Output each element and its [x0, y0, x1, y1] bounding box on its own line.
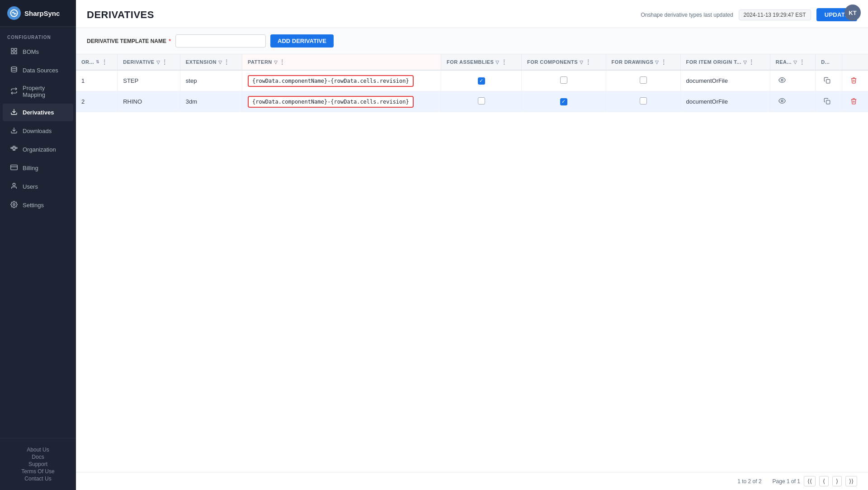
cell-copy-2[interactable] [816, 91, 842, 112]
sidebar-item-boms[interactable]: BOMs [3, 43, 73, 61]
user-avatar[interactable]: KT [844, 5, 861, 21]
table-row: 2 RHINO 3dm {rowData.componentName}-{row… [76, 91, 868, 112]
app-logo[interactable]: SharpSync [0, 0, 76, 27]
col-menu-icon[interactable]: ⋮ [224, 59, 230, 65]
col-for-components: FOR COMPONENTS ▽ ⋮ [522, 54, 606, 70]
support-link[interactable]: Support [7, 461, 69, 467]
table-footer: 1 to 2 of 2 Page 1 of 1 ⟨⟨ ⟨ ⟩ ⟩⟩ [76, 472, 868, 490]
delete-button-1[interactable] [848, 76, 860, 86]
filter-icon[interactable]: ▽ [655, 60, 659, 65]
col-read: REA... ▽ ⋮ [770, 54, 815, 70]
cell-copy-1[interactable] [816, 70, 842, 91]
cell-read-2[interactable] [770, 91, 815, 112]
cell-delete-1[interactable] [842, 70, 868, 91]
read-button-2[interactable] [776, 96, 788, 107]
data-sources-label: Data Sources [23, 67, 58, 74]
filter-icon[interactable]: ▽ [580, 60, 584, 65]
filter-icon[interactable]: ▽ [218, 60, 222, 65]
settings-icon [10, 201, 18, 209]
sidebar-item-data-sources[interactable]: Data Sources [3, 62, 73, 79]
copy-button-2[interactable] [821, 96, 833, 107]
timestamp-box: 2024-11-13 19:29:47 EST [739, 10, 811, 20]
svg-rect-23 [826, 100, 830, 104]
sort-icon[interactable]: ⇅ [96, 60, 100, 64]
sidebar-item-users[interactable]: Users [3, 178, 73, 195]
cell-derivative-2: RHINO [118, 91, 180, 112]
svg-rect-21 [826, 79, 830, 83]
terms-link[interactable]: Terms Of Use [7, 468, 69, 475]
checkbox-components-2[interactable]: ✓ [560, 98, 567, 105]
svg-point-18 [13, 183, 15, 186]
docs-link[interactable]: Docs [7, 454, 69, 460]
cell-components-1[interactable] [522, 70, 606, 91]
about-us-link[interactable]: About Us [7, 447, 69, 453]
sidebar-item-downloads[interactable]: Downloads [3, 122, 73, 140]
copy-button-1[interactable] [821, 76, 833, 86]
col-delete [842, 54, 868, 70]
cell-order-2: 2 [76, 91, 118, 112]
col-menu-icon[interactable]: ⋮ [661, 59, 667, 65]
col-menu-icon[interactable]: ⋮ [162, 59, 168, 65]
filter-icon[interactable]: ▽ [495, 60, 500, 65]
sidebar-item-organization[interactable]: Organization [3, 141, 73, 158]
derivatives-icon [10, 108, 18, 117]
page-label: Page 1 of 1 [773, 478, 800, 485]
cell-drawings-2[interactable] [606, 91, 680, 112]
col-menu-icon[interactable]: ⋮ [102, 59, 108, 65]
toolbar: DERIVATIVE TEMPLATE NAME * ADD DERIVATIV… [76, 28, 868, 54]
svg-point-19 [13, 204, 15, 205]
cell-item-origin-1: documentOrFile [680, 70, 770, 91]
boms-label: BOMs [23, 48, 39, 55]
sidebar-item-derivatives[interactable]: Derivatives [3, 104, 73, 121]
sidebar-item-billing[interactable]: Billing [3, 159, 73, 177]
cell-derivative-1: STEP [118, 70, 180, 91]
required-star: * [167, 38, 171, 44]
col-order: OR... ⇅ ⋮ [76, 54, 118, 70]
svg-line-12 [13, 147, 13, 148]
cell-pattern-2[interactable]: {rowData.componentName}-{rowData.cells.r… [242, 91, 441, 112]
filter-icon[interactable]: ▽ [274, 60, 278, 65]
table-row: 1 STEP step {rowData.componentName}-{row… [76, 70, 868, 91]
col-menu-icon[interactable]: ⋮ [585, 59, 591, 65]
organization-icon [10, 145, 18, 154]
settings-label: Settings [23, 202, 44, 209]
col-menu-icon[interactable]: ⋮ [279, 59, 285, 65]
checkbox-assemblies-1[interactable]: ✓ [478, 77, 485, 85]
table-container: OR... ⇅ ⋮ DERIVATIVE ▽ ⋮ [76, 54, 868, 472]
col-menu-icon[interactable]: ⋮ [501, 59, 507, 65]
read-button-1[interactable] [776, 75, 788, 86]
cell-drawings-1[interactable] [606, 70, 680, 91]
col-for-assemblies: FOR ASSEMBLIES ▽ ⋮ [441, 54, 522, 70]
sidebar-item-settings[interactable]: Settings [3, 196, 73, 214]
filter-icon[interactable]: ▽ [743, 60, 747, 65]
sidebar: SharpSync CONFIGURATION BOMs Data Source… [0, 0, 76, 490]
col-menu-icon[interactable]: ⋮ [749, 59, 755, 65]
checkbox-drawings-2[interactable] [640, 97, 647, 105]
prev-page-button[interactable]: ⟨ [819, 476, 829, 486]
cell-assemblies-2[interactable] [441, 91, 522, 112]
checkbox-drawings-1[interactable] [640, 76, 647, 84]
filter-icon[interactable]: ▽ [156, 60, 160, 65]
add-derivative-button[interactable]: ADD DERIVATIVE [270, 34, 334, 48]
contact-link[interactable]: Contact Us [7, 476, 69, 482]
first-page-button[interactable]: ⟨⟨ [804, 476, 816, 486]
table-header-row: OR... ⇅ ⋮ DERIVATIVE ▽ ⋮ [76, 54, 868, 70]
cell-pattern-1[interactable]: {rowData.componentName}-{rowData.cells.r… [242, 70, 441, 91]
data-sources-icon [10, 66, 18, 75]
page-header: DERIVATIVES Onshape derivative types las… [76, 0, 868, 28]
col-menu-icon[interactable]: ⋮ [799, 59, 805, 65]
cell-read-1[interactable] [770, 70, 815, 91]
delete-button-2[interactable] [848, 96, 860, 107]
cell-delete-2[interactable] [842, 91, 868, 112]
last-page-button[interactable]: ⟩⟩ [845, 476, 857, 486]
template-name-input[interactable] [175, 34, 266, 48]
sidebar-item-property-mapping[interactable]: Property Mapping [3, 80, 73, 103]
checkbox-assemblies-2[interactable] [478, 97, 485, 105]
filter-icon[interactable]: ▽ [793, 60, 797, 65]
checkbox-components-1[interactable] [560, 76, 567, 84]
next-page-button[interactable]: ⟩ [832, 476, 842, 486]
cell-components-2[interactable]: ✓ [522, 91, 606, 112]
cell-assemblies-1[interactable]: ✓ [441, 70, 522, 91]
col-extension: EXTENSION ▽ ⋮ [180, 54, 242, 70]
app-name: SharpSync [24, 10, 60, 17]
